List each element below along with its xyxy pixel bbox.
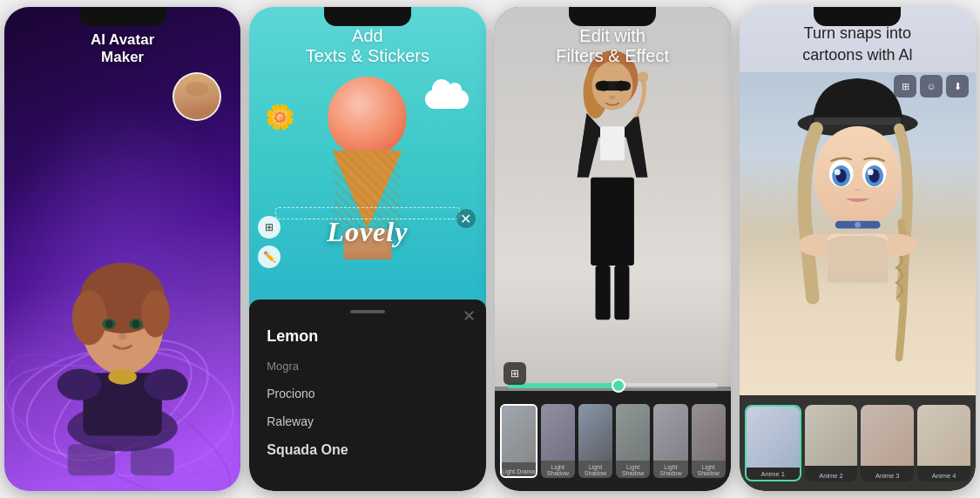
- small-avatar-circle: [172, 72, 221, 121]
- filter-label-6: Light Shadow: [692, 464, 726, 476]
- svg-rect-35: [814, 118, 901, 125]
- font-item-raleway[interactable]: Raleway: [249, 407, 485, 435]
- panel-2-title: Add Texts & Stickers: [306, 26, 429, 66]
- app-screenshots: AI Avatar Maker: [0, 0, 980, 498]
- filter-label-4: Light Shadow: [616, 464, 650, 476]
- model-svg: [542, 42, 684, 326]
- anime-styles-strip[interactable]: Anime 1 Anime 2 Anime 3 Anime 4: [740, 395, 976, 491]
- filter-thumb-img-5: [653, 404, 687, 461]
- copy-tool-icon[interactable]: ⊞: [258, 216, 280, 239]
- filter-thumb-5[interactable]: Light Shadow: [653, 404, 687, 478]
- face-icon[interactable]: ☺: [920, 75, 943, 98]
- filter-label-1: Light Drama: [502, 468, 536, 474]
- svg-point-20: [144, 369, 188, 400]
- cloud-shape: [425, 90, 469, 109]
- phone-notch-3: [569, 7, 656, 26]
- title-line1-p4: Turn snaps into: [804, 24, 911, 42]
- anime-label-3: Anime 3: [861, 472, 914, 480]
- font-item-mogra[interactable]: Mogra: [249, 353, 485, 380]
- phone-notch-4: [814, 7, 901, 26]
- filter-thumb-img-3: [578, 404, 612, 461]
- svg-point-11: [72, 291, 107, 346]
- font-item-prociono[interactable]: Prociono: [249, 380, 485, 407]
- character-svg: [4, 113, 240, 491]
- font-selection-menu[interactable]: ✕ Lemon Mogra Prociono Raleway Squada On…: [249, 299, 485, 491]
- drag-handle: [350, 310, 385, 313]
- panel-texts-stickers: Add Texts & Stickers 🌼 Lovely ⊞ ✏️ ✕ ↩: [249, 7, 485, 491]
- svg-point-44: [868, 169, 874, 175]
- main-character: [4, 113, 240, 491]
- cloud-sticker: [425, 90, 469, 109]
- panel-cartoons-ai: Turn snaps into cartoons with Al ⊞ ☺ ⬇: [740, 7, 976, 491]
- filter-thumb-img-2: [541, 404, 575, 461]
- filter-thumb-img-4: [616, 404, 650, 461]
- anime-label-4: Anime 4: [917, 472, 970, 480]
- anime-character-svg: [740, 72, 976, 395]
- filter-thumb-2[interactable]: Light Shadow: [541, 404, 575, 478]
- anime-label-2: Anime 2: [805, 472, 858, 480]
- edit-tool-icon[interactable]: ✏️: [258, 246, 280, 268]
- anime-thumb-2[interactable]: Anime 2: [805, 405, 858, 481]
- svg-rect-29: [600, 126, 625, 160]
- menu-close-icon[interactable]: ✕: [463, 306, 476, 326]
- font-item-lemon[interactable]: Lemon: [249, 320, 485, 353]
- title-line2: Maker: [101, 49, 144, 65]
- svg-point-28: [610, 96, 615, 100]
- anime-thumb-img-3: [861, 405, 914, 466]
- anime-thumb-3[interactable]: Anime 3: [861, 405, 914, 481]
- anime-label-1: Anime 1: [747, 470, 800, 478]
- svg-point-17: [118, 333, 126, 340]
- svg-point-21: [108, 369, 137, 385]
- phone-notch-2: [324, 7, 411, 26]
- svg-point-19: [57, 369, 102, 400]
- anime-thumb-4[interactable]: Anime 4: [917, 405, 970, 481]
- title-line2-p3: Filters & Effect: [556, 46, 669, 65]
- filter-label-5: Light Shadow: [653, 464, 687, 476]
- svg-point-36: [814, 126, 901, 228]
- filter-thumb-img-1: [502, 406, 536, 462]
- svg-rect-31: [596, 266, 611, 320]
- anime-thumb-img-4: [917, 405, 970, 466]
- panel-avatar-maker: AI Avatar Maker: [4, 7, 240, 491]
- daisy-sticker: 🌼: [265, 103, 295, 131]
- filter-thumb-img-6: [692, 404, 726, 461]
- title-line2-p2: Texts & Stickers: [306, 46, 429, 65]
- title-line1: AI Avatar: [91, 31, 154, 48]
- panel-4-title: Turn snaps into cartoons with Al: [802, 23, 912, 66]
- filter-thumb-6[interactable]: Light Shadow: [692, 404, 726, 478]
- title-line1-p2: Add: [352, 26, 383, 45]
- panel-3-title: Edit with Filters & Effect: [556, 26, 669, 66]
- settings-icon[interactable]: ⊞: [504, 362, 526, 385]
- anime-thumb-1[interactable]: Anime 1: [745, 405, 801, 481]
- svg-point-12: [141, 291, 170, 338]
- filter-thumb-4[interactable]: Light Shadow: [616, 404, 650, 478]
- svg-point-43: [835, 169, 841, 175]
- panel-1-title: AI Avatar Maker: [91, 31, 154, 66]
- filter-intensity-slider[interactable]: [508, 383, 718, 388]
- gallery-icon[interactable]: ⊞: [894, 75, 916, 98]
- anime-toolbar[interactable]: ⊞ ☺ ⬇: [894, 75, 969, 98]
- title-line2-p4: cartoons with Al: [802, 46, 912, 64]
- svg-point-16: [132, 320, 139, 328]
- phone-notch: [79, 7, 166, 26]
- anime-figure: [740, 72, 976, 395]
- filter-label-2: Light Shadow: [541, 464, 575, 476]
- sticker-close-icon[interactable]: ✕: [456, 209, 476, 228]
- download-icon[interactable]: ⬇: [946, 75, 969, 98]
- filter-thumb-1[interactable]: Light Drama: [500, 404, 537, 478]
- svg-rect-30: [591, 178, 634, 266]
- lovely-sticker: Lovely: [327, 216, 408, 248]
- slider-track: [508, 383, 624, 388]
- slider-thumb[interactable]: [612, 379, 625, 393]
- anime-thumb-img-1: [747, 407, 800, 468]
- filter-thumbnails-strip[interactable]: Light Drama Light Shadow Light Shadow Li…: [495, 391, 731, 491]
- sticker-edit-tools[interactable]: ⊞ ✏️: [258, 216, 280, 268]
- svg-point-27: [616, 80, 626, 91]
- filter-thumb-3[interactable]: Light Shadow: [578, 404, 612, 478]
- svg-point-46: [855, 222, 861, 228]
- font-item-squada[interactable]: Squada One: [249, 435, 485, 465]
- svg-rect-32: [614, 266, 629, 320]
- svg-point-15: [105, 320, 113, 328]
- title-line1-p3: Edit with: [579, 26, 645, 45]
- panel-filters-effects: Edit with Filters & Effect: [495, 7, 731, 491]
